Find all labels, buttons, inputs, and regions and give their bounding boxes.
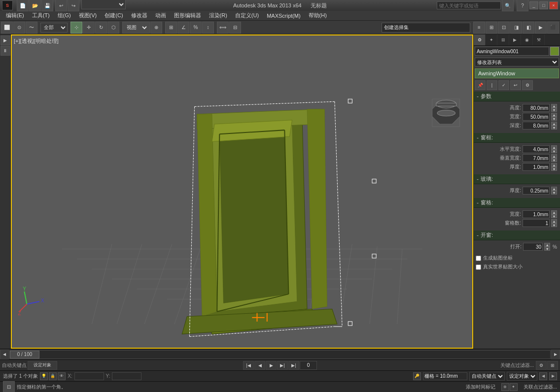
menu-view[interactable]: 视图(V) [75, 11, 101, 20]
menu-render[interactable]: 渲染(R) [205, 11, 231, 20]
timebar-left[interactable]: ◀ [0, 350, 9, 359]
ft-up[interactable]: ▲ [551, 163, 557, 167]
schematic-btn[interactable]: ⊡ [498, 22, 510, 33]
menu-modifiers[interactable]: 修改器 [127, 11, 151, 20]
configure-btn[interactable]: ⚙ [522, 80, 533, 90]
horiz-width-input[interactable] [523, 145, 550, 153]
lock-icon[interactable]: 🔒 [49, 372, 57, 380]
menu-maxscript[interactable]: MAXScript(M) [263, 12, 304, 19]
ref-coord-select[interactable]: 视图 [124, 23, 148, 33]
gt-up[interactable]: ▲ [551, 187, 557, 191]
save-button[interactable]: 💾 [41, 0, 53, 11]
open-input[interactable] [523, 243, 543, 251]
height-up[interactable]: ▲ [551, 104, 557, 108]
rc-up[interactable]: ▲ [551, 219, 557, 223]
rc-down[interactable]: ▼ [551, 223, 557, 227]
x-input[interactable] [74, 372, 104, 380]
width-down[interactable]: ▼ [551, 117, 557, 121]
rotate-btn[interactable]: ↻ [95, 22, 107, 33]
vert-width-input[interactable] [523, 154, 550, 162]
height-down[interactable]: ▼ [551, 108, 557, 112]
rails-width-input[interactable] [523, 210, 550, 218]
snap-toggle[interactable]: ⊞ [165, 22, 177, 33]
grid-value[interactable] [423, 372, 467, 380]
bottom-icon2[interactable]: ✦ [510, 383, 518, 391]
params-section-header[interactable]: - 参数 [474, 92, 560, 101]
go-end-btn[interactable]: ▶| [288, 361, 299, 370]
select-btn[interactable]: ⊹ [70, 22, 82, 33]
workstation-select[interactable]: 工作台: 默认 [81, 0, 126, 9]
object-name-input[interactable] [475, 47, 549, 56]
prev-frame-btn[interactable]: ◀ [254, 361, 265, 370]
rails-section-header[interactable]: - 窗格: [474, 198, 560, 208]
search-input[interactable] [437, 1, 501, 9]
depth-up[interactable]: ▲ [551, 122, 557, 126]
time-thumb[interactable]: 0 / 100 [10, 351, 39, 359]
filter-select[interactable]: 全部 [40, 23, 68, 33]
light-icon[interactable]: 💡 [40, 372, 48, 380]
menu-group[interactable]: 组(G) [54, 11, 75, 20]
glass-section-header[interactable]: - 玻璃: [474, 174, 560, 184]
tab-display[interactable]: ◉ [521, 34, 533, 45]
play-btn[interactable]: ▶ [266, 361, 277, 370]
percent-snap[interactable]: % [190, 22, 202, 33]
select-object-btn[interactable]: ⬜ [1, 22, 13, 33]
redo-button[interactable]: ↪ [68, 0, 79, 11]
menu-customize[interactable]: 自定义(U) [231, 11, 263, 20]
layer-btn[interactable]: ≡ [473, 22, 485, 33]
width-input[interactable] [523, 113, 550, 121]
scale-btn[interactable]: ⬡ [107, 22, 119, 33]
next-key-btn[interactable]: ▶ [549, 372, 557, 380]
timebar-right[interactable]: ▶ [551, 350, 560, 359]
time-slider[interactable]: 0 / 100 [9, 350, 551, 359]
pivot-btn[interactable]: ⊕ [150, 22, 162, 33]
menu-edit[interactable]: 编辑(E) [2, 11, 28, 20]
viewport[interactable]: [+][透视][明暗处理] [11, 34, 473, 349]
bottom-icon1[interactable]: ⊕ [501, 383, 509, 391]
width-up[interactable]: ▲ [551, 113, 557, 117]
gt-down[interactable]: ▼ [551, 191, 557, 195]
new-button[interactable]: 📄 [17, 0, 29, 11]
vw-down[interactable]: ▼ [551, 158, 557, 162]
layer-mgr-btn[interactable]: ⊞ [486, 22, 497, 33]
close-button[interactable]: × [549, 1, 558, 9]
op-up[interactable]: ▲ [544, 243, 550, 247]
tab-utilities[interactable]: ⚒ [533, 34, 545, 45]
object-color-swatch[interactable] [550, 47, 559, 56]
set-key-select[interactable]: 设定对象 [507, 372, 537, 381]
select-region-btn[interactable]: ⊙ [13, 22, 25, 33]
spinner-snap[interactable]: ↕ [202, 22, 214, 33]
help-button[interactable]: ? [517, 0, 528, 11]
move-btn[interactable]: ✛ [83, 22, 95, 33]
next-frame-btn[interactable]: ▶| [277, 361, 288, 370]
hide-icon[interactable]: 👁 [58, 372, 66, 380]
modifier-select[interactable]: 修改器列表 [475, 58, 559, 66]
maximize-button[interactable]: □ [539, 1, 548, 9]
set-key-btn[interactable]: 设定对象 [28, 361, 57, 370]
frame-input[interactable] [300, 361, 317, 370]
ref-coord-btn[interactable]: 视图 [122, 22, 150, 33]
depth-down[interactable]: ▼ [551, 126, 557, 130]
op-down[interactable]: ▼ [544, 247, 550, 251]
vtb-pause[interactable]: ⏸ [0, 46, 10, 56]
prev-key-btn[interactable]: ◀ [539, 372, 547, 380]
menu-graph-editor[interactable]: 图形编辑器 [170, 11, 205, 20]
key-icon[interactable]: 🔑 [413, 372, 421, 380]
menu-help[interactable]: 帮助(H) [305, 11, 331, 20]
named-selection-input[interactable] [382, 23, 470, 33]
rw-down[interactable]: ▼ [551, 214, 557, 218]
menu-create[interactable]: 创建(C) [101, 11, 127, 20]
hw-down[interactable]: ▼ [551, 149, 557, 153]
show-end-result-btn[interactable]: | [487, 80, 497, 90]
opening-section-header[interactable]: - 开窗: [474, 230, 560, 240]
make-unique-btn[interactable]: ✓ [498, 80, 509, 90]
menu-animation[interactable]: 动画 [151, 11, 170, 20]
render-frame-btn[interactable]: ⬛ [547, 22, 559, 33]
minimize-button[interactable]: _ [529, 1, 538, 9]
render-setup-btn[interactable]: ◧ [523, 22, 534, 33]
height-input[interactable] [523, 104, 550, 112]
render-btn[interactable]: ▶ [535, 22, 547, 33]
go-start-btn[interactable]: |◀ [243, 361, 254, 370]
search-button[interactable]: 🔍 [502, 0, 514, 11]
auto-key-select[interactable]: 自动关键点 [469, 372, 505, 381]
